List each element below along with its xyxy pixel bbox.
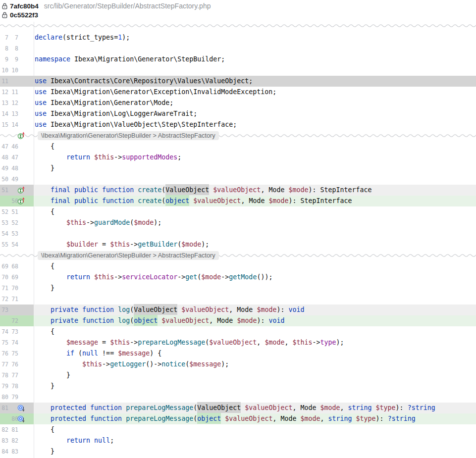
code-token: $mode xyxy=(320,404,340,411)
diff-row: 8382 return null; xyxy=(0,435,476,446)
code-line[interactable]: if (null !== $message) { xyxy=(34,348,476,359)
code-line[interactable]: use Ibexa\Migration\Generator\Mode; xyxy=(34,98,476,108)
line-number-new: 8 xyxy=(3,43,18,54)
code-line[interactable]: protected function prepareLogMessage(Val… xyxy=(34,403,476,413)
code-line[interactable]: final public function create(object $val… xyxy=(34,196,476,206)
overridden-method-icon[interactable] xyxy=(17,415,25,423)
code-line[interactable]: private function log(object $valueObject… xyxy=(34,315,476,326)
gutter: 77 xyxy=(0,32,34,43)
code-token: $valueObject xyxy=(213,186,261,194)
code-line[interactable] xyxy=(34,65,476,76)
code-token: get xyxy=(185,273,197,281)
code-line[interactable]: declare(strict_types=1); xyxy=(34,32,476,43)
diff-row: 77declare(strict_types=1); xyxy=(0,32,476,43)
code-token: , Mode xyxy=(229,306,257,313)
code-token: -> xyxy=(86,219,94,226)
gutter: 8483 xyxy=(0,446,34,457)
code-line[interactable]: $builder = $this->getBuilder($mode); xyxy=(34,239,476,250)
implements-interface-icon[interactable] xyxy=(17,132,25,140)
code-token: } xyxy=(35,382,54,390)
code-line[interactable]: protected function prepareLogMessage(obj… xyxy=(34,413,476,424)
code-line[interactable]: { xyxy=(34,424,476,435)
code-line[interactable] xyxy=(34,294,476,305)
diff-row: 5554 $builder = $this->getBuilder($mode)… xyxy=(0,239,476,250)
code-token: create xyxy=(138,186,161,194)
code-line[interactable]: { xyxy=(34,206,476,217)
code-line[interactable]: use Ibexa\Contracts\Core\Repository\Valu… xyxy=(34,76,476,87)
code-line[interactable]: $this->guardMode($mode); xyxy=(34,217,476,228)
code-line[interactable] xyxy=(34,174,476,185)
context-label[interactable]: \Ibexa\Migration\Generator\StepBuilder >… xyxy=(38,251,219,260)
code-token: Ibexa\Migration\Generator\Mode; xyxy=(47,99,173,106)
code-token: { xyxy=(35,328,54,335)
diff-row-added: 72 private function log(object $valueObj… xyxy=(0,315,476,326)
code-token: $this xyxy=(94,153,114,161)
code-token: $type xyxy=(376,404,396,411)
code-token: -> xyxy=(130,241,138,248)
changed-word: ValueObject xyxy=(197,402,241,413)
context-label[interactable]: \Ibexa\Migration\Generator\StepBuilder >… xyxy=(38,131,219,140)
code-line[interactable]: { xyxy=(34,141,476,152)
lock-icon xyxy=(1,11,8,18)
code-line[interactable]: $this->getLogger()->notice($message); xyxy=(34,359,476,370)
diff-row: 4948 } xyxy=(0,163,476,174)
line-number-new: 79 xyxy=(3,392,18,403)
code-line[interactable]: } xyxy=(34,446,476,457)
code-token: prepareLogMessage xyxy=(126,415,193,422)
code-token: $type xyxy=(356,415,376,422)
code-token: serviceLocator xyxy=(122,273,177,281)
gutter: 1211 xyxy=(0,87,34,98)
code-token: ) { xyxy=(150,350,161,357)
line-number-new: 50 xyxy=(3,196,18,206)
code-line[interactable]: use Ibexa\Migration\Log\LoggerAwareTrait… xyxy=(34,108,476,119)
code-line[interactable]: namespace Ibexa\Migration\Generator\Step… xyxy=(34,54,476,65)
diff-row: 6968 { xyxy=(0,261,476,272)
code-line[interactable]: } xyxy=(34,163,476,174)
code-token: } xyxy=(35,371,70,379)
code-token xyxy=(372,404,376,411)
code-line[interactable]: { xyxy=(34,261,476,272)
code-token xyxy=(35,197,51,204)
code-token: return xyxy=(66,437,90,444)
code-token: ): xyxy=(396,404,408,411)
code-token: $valueObject xyxy=(245,404,292,411)
line-number-new xyxy=(3,305,18,315)
code-line[interactable]: } xyxy=(34,283,476,294)
code-line[interactable]: use Ibexa\Migration\Generator\Exception\… xyxy=(34,87,476,98)
wavy-separator xyxy=(0,20,476,31)
code-line[interactable]: $message = $this->prepareLogMessage($val… xyxy=(34,337,476,348)
code-line[interactable] xyxy=(34,228,476,239)
code-token: { xyxy=(35,426,54,433)
code-line[interactable] xyxy=(34,43,476,54)
code-line[interactable]: return $this->serviceLocator->get($mode-… xyxy=(34,272,476,283)
gutter: 7978 xyxy=(0,381,34,392)
code-token xyxy=(90,153,94,161)
implements-interface-icon[interactable] xyxy=(17,186,25,194)
code-line[interactable]: use Ibexa\Migration\ValueObject\Step\Ste… xyxy=(34,119,476,130)
code-token xyxy=(35,339,66,346)
diff-row: 5453 xyxy=(0,228,476,239)
gutter: 7170 xyxy=(0,283,34,294)
code-token: ): xyxy=(257,317,268,324)
code-line[interactable] xyxy=(34,392,476,403)
code-line[interactable]: { xyxy=(34,326,476,337)
code-line[interactable]: private function log(ValueObject $valueO… xyxy=(34,305,476,315)
code-line[interactable]: } xyxy=(34,381,476,392)
diff-row: 7877 } xyxy=(0,370,476,381)
commit-hash-right: 0c5522f3 xyxy=(10,11,38,19)
code-line[interactable]: return $this->supportedModes; xyxy=(34,152,476,163)
code-token: guardMode xyxy=(94,219,130,226)
code-token: , xyxy=(284,339,292,346)
code-token: , Mode xyxy=(241,197,268,204)
code-line[interactable]: return null; xyxy=(34,435,476,446)
code-token: strict_types= xyxy=(66,34,118,41)
code-token: $this xyxy=(82,360,102,368)
code-token: ): xyxy=(276,306,288,313)
gutter: 50 xyxy=(0,196,34,206)
implements-interface-icon[interactable] xyxy=(17,197,25,205)
code-token: $this xyxy=(66,219,86,226)
code-line[interactable]: final public function create(ValueObject… xyxy=(34,185,476,196)
code-token: use xyxy=(35,121,47,128)
code-line[interactable]: } xyxy=(34,370,476,381)
overridden-method-icon[interactable] xyxy=(17,404,25,412)
